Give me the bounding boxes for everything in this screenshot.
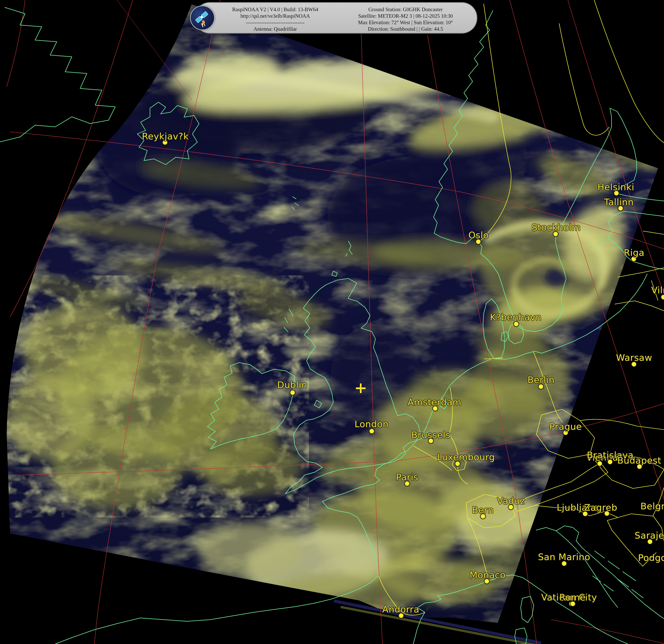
city-label-dublin: Dublin bbox=[277, 380, 307, 390]
info-banner: RaspiNOAA V2 | V4.0 | Build: 13-BW64http… bbox=[194, 2, 477, 34]
satellite-pass-screenshot: Reykjav?kOsloStockholmHelsinkiTallinnRig… bbox=[0, 0, 664, 644]
city-label-zagreb: Zagreb bbox=[584, 502, 617, 513]
city-label-k-benhavn: K?benhavn bbox=[490, 312, 541, 322]
city-label-brussels: Brussels bbox=[411, 430, 451, 440]
city-label-amsterdam: Amsterdam bbox=[408, 397, 461, 407]
satellite-map-canvas bbox=[0, 0, 664, 644]
city-label-helsinki: Helsinki bbox=[598, 182, 634, 192]
banner-right-line-1: Ground Station: G0GHK Doncaster bbox=[339, 6, 472, 13]
banner-right-column: Ground Station: G0GHK DoncasterSatellite… bbox=[339, 6, 472, 32]
city-label-sarajevo: Sarajevo bbox=[635, 530, 664, 541]
city-label-podgorica: Podgorica bbox=[638, 553, 664, 563]
city-label-warsaw: Warsaw bbox=[616, 352, 652, 363]
banner-left-line-1: RaspiNOAA V2 | V4.0 | Build: 13-BW64 bbox=[220, 6, 330, 13]
banner-right-line-2: Satellite: METEOR-M2 3 | 08-12-2025 10:3… bbox=[339, 13, 472, 19]
banner-left-line-4: Antenna: Quadrifilar bbox=[220, 26, 330, 32]
city-label-vilnius: Vilnius bbox=[651, 285, 664, 296]
city-label-bern: Bern bbox=[472, 505, 494, 515]
banner-left-line-3: ---------------------------------- bbox=[220, 19, 330, 26]
city-label-andorra: Andorra bbox=[382, 604, 419, 615]
banner-left-line-2: http://qsl.net/ve3elb/RaspiNOAA bbox=[220, 13, 330, 19]
city-label-rome: Rome bbox=[559, 592, 586, 603]
ground-station-cross-marker bbox=[356, 383, 366, 393]
city-dot-dublin bbox=[290, 390, 295, 395]
city-label-san-marino: San Marino bbox=[538, 552, 590, 562]
city-label-paris: Paris bbox=[396, 472, 418, 482]
satellite-logo-icon bbox=[190, 5, 215, 30]
banner-right-line-3: Max Elevation: 72° West | Sun Elevation:… bbox=[339, 19, 472, 26]
city-label-monaco: Monaco bbox=[470, 570, 506, 580]
city-label-vaduz: Vaduz bbox=[497, 496, 525, 506]
banner-right-line-4: Direction: Southbound | | Gain: 44.5 bbox=[339, 26, 472, 32]
city-label-stockholm: Stockholm bbox=[532, 222, 581, 233]
city-label-luxembourg: Luxembourg bbox=[437, 452, 495, 463]
city-label-tallinn: Tallinn bbox=[604, 197, 634, 207]
banner-left-column: RaspiNOAA V2 | V4.0 | Build: 13-BW64http… bbox=[220, 6, 330, 32]
city-label-prague: Prague bbox=[549, 421, 582, 432]
city-label-belgrade: Belgrade bbox=[640, 501, 664, 512]
city-label-berlin: Berlin bbox=[527, 374, 555, 385]
city-label-reykjav-k: Reykjav?k bbox=[142, 131, 189, 142]
city-label-budapest: Budapest bbox=[617, 455, 661, 466]
city-label-oslo: Oslo bbox=[469, 230, 489, 240]
city-label-london: London bbox=[355, 419, 389, 429]
city-label-riga: Riga bbox=[624, 248, 644, 258]
